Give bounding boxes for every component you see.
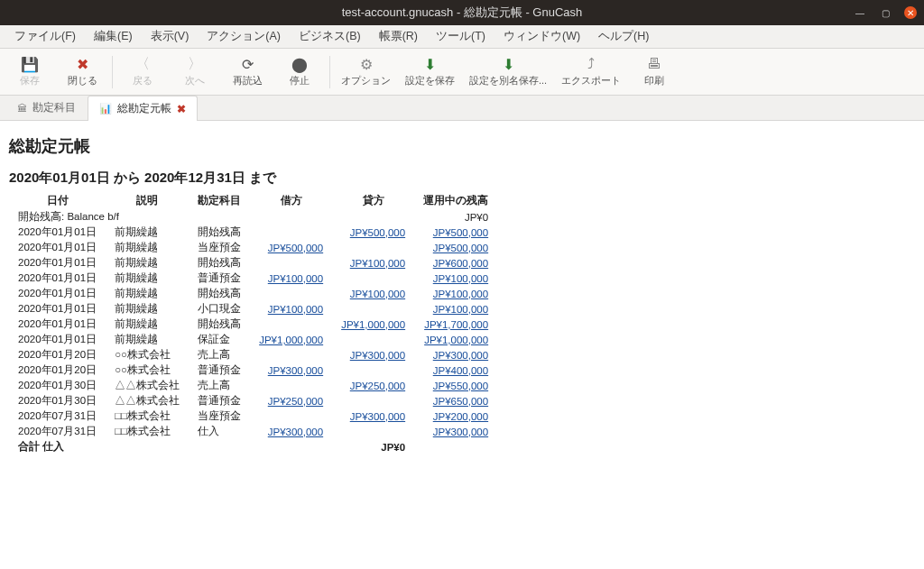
menu-windows[interactable]: ウィンドウ(W) (494, 29, 589, 44)
cell-credit (332, 393, 414, 408)
cell-account: 開始残高 (189, 317, 250, 332)
amount-link[interactable]: JP¥100,000 (268, 304, 323, 315)
cell-balance: JP¥300,000 (414, 347, 497, 363)
amount-link[interactable]: JP¥1,000,000 (341, 319, 405, 330)
tab-ledger[interactable]: 📊 総勘定元帳 ✖ (88, 96, 198, 121)
amount-link[interactable]: JP¥100,000 (350, 289, 405, 299)
cell-debit (250, 255, 332, 271)
maximize-button[interactable]: ▢ (879, 6, 892, 19)
table-row: 2020年01月01日前期繰越保証金JP¥1,000,000JP¥1,000,0… (9, 332, 497, 347)
menu-reports[interactable]: 帳票(R) (370, 29, 427, 44)
amount-link[interactable]: JP¥600,000 (433, 258, 488, 269)
menu-business[interactable]: ビジネス(B) (290, 29, 370, 44)
window-title: test-account.gnucash - 総勘定元帳 - GnuCash (342, 5, 583, 21)
amount-link[interactable]: JP¥500,000 (433, 243, 488, 253)
menu-actions[interactable]: アクション(A) (198, 29, 290, 44)
tab-close-icon[interactable]: ✖ (177, 103, 186, 115)
amount-link[interactable]: JP¥300,000 (433, 427, 488, 437)
tool-label: 次へ (185, 74, 205, 87)
cell-balance: JP¥600,000 (414, 255, 497, 271)
cell-desc: 前期繰越 (106, 286, 189, 301)
amount-link[interactable]: JP¥100,000 (433, 304, 488, 315)
amount-link[interactable]: JP¥100,000 (268, 273, 323, 284)
cell-balance: JP¥1,700,000 (414, 317, 497, 332)
cell-date: 2020年01月01日 (9, 255, 106, 271)
cell-credit: JP¥1,000,000 (332, 317, 414, 332)
cell-credit (332, 332, 414, 347)
cell-balance: JP¥1,000,000 (414, 332, 497, 347)
close-button[interactable]: ✖ 閉じる (56, 52, 108, 91)
cell-debit (250, 225, 332, 240)
stop-button[interactable]: ⬤ 停止 (273, 52, 326, 91)
amount-link[interactable]: JP¥300,000 (268, 365, 323, 376)
cell-date: 2020年01月01日 (9, 286, 106, 301)
cell-account: 普通預金 (189, 393, 250, 408)
options-button[interactable]: ⚙ オプション (334, 52, 398, 91)
ledger-table: 日付 説明 勘定科目 借方 貸方 運用中の残高 開始残高: Balance b/… (9, 192, 497, 454)
cell-desc: 前期繰越 (106, 317, 189, 332)
save-button[interactable]: 💾 保存 (4, 52, 56, 91)
cell-account: 売上高 (189, 347, 250, 363)
amount-link[interactable]: JP¥500,000 (268, 243, 323, 253)
close-icon: ✖ (77, 56, 88, 72)
amount-link[interactable]: JP¥650,000 (433, 396, 488, 407)
save-settings-button[interactable]: ⬇ 設定を保存 (398, 52, 462, 91)
minimize-button[interactable]: — (854, 6, 866, 19)
col-header-account: 勘定科目 (189, 192, 250, 209)
cell-date: 2020年01月30日 (9, 393, 106, 408)
cell-date: 2020年01月20日 (9, 347, 106, 363)
cell-balance: JP¥300,000 (414, 424, 497, 439)
amount-link[interactable]: JP¥100,000 (433, 289, 488, 299)
back-icon: 〈 (135, 56, 150, 72)
app-window: test-account.gnucash - 総勘定元帳 - GnuCash —… (0, 0, 924, 569)
menu-file[interactable]: ファイル(F) (5, 29, 85, 44)
export-button[interactable]: ⤴ エクスポート (554, 52, 628, 91)
opening-balance-label: 開始残高: Balance b/f (9, 209, 414, 225)
amount-link[interactable]: JP¥1,000,000 (259, 335, 323, 345)
close-window-button[interactable]: ✕ (904, 6, 917, 19)
amount-link[interactable]: JP¥200,000 (433, 411, 488, 422)
cell-desc: ○○株式会社 (106, 347, 189, 363)
menu-view[interactable]: 表示(V) (142, 29, 199, 44)
amount-link[interactable]: JP¥250,000 (350, 381, 405, 391)
amount-link[interactable]: JP¥400,000 (433, 365, 488, 376)
tool-label: オプション (341, 74, 391, 87)
back-button[interactable]: 〈 戻る (116, 52, 169, 91)
total-empty (414, 439, 497, 454)
tool-label: 戻る (133, 74, 152, 87)
forward-button[interactable]: 〉 次へ (169, 52, 221, 91)
amount-link[interactable]: JP¥300,000 (433, 350, 488, 361)
cell-debit (250, 317, 332, 332)
amount-link[interactable]: JP¥300,000 (268, 427, 323, 437)
cell-debit: JP¥250,000 (250, 393, 332, 408)
amount-link[interactable]: JP¥550,000 (433, 381, 488, 391)
amount-link[interactable]: JP¥300,000 (350, 350, 405, 361)
amount-link[interactable]: JP¥250,000 (268, 396, 323, 407)
menu-edit[interactable]: 編集(E) (85, 29, 142, 44)
amount-link[interactable]: JP¥100,000 (350, 258, 405, 269)
reload-button[interactable]: ⟳ 再読込 (221, 52, 273, 91)
col-header-date: 日付 (9, 192, 106, 209)
tool-label: 保存 (20, 74, 40, 87)
tab-accounts[interactable]: 🏛 勘定科目 (5, 95, 88, 120)
cell-date: 2020年01月30日 (9, 378, 106, 393)
print-button[interactable]: 🖶 印刷 (628, 52, 680, 91)
print-icon: 🖶 (647, 56, 661, 72)
save-settings-as-button[interactable]: ⬇ 設定を別名保存... (462, 52, 554, 91)
col-header-desc: 説明 (106, 192, 189, 209)
table-row: 2020年01月20日○○株式会社普通預金JP¥300,000JP¥400,00… (9, 363, 497, 378)
amount-link[interactable]: JP¥1,000,000 (424, 335, 488, 345)
amount-link[interactable]: JP¥500,000 (350, 227, 405, 238)
cell-date: 2020年07月31日 (9, 424, 106, 439)
amount-link[interactable]: JP¥500,000 (433, 227, 488, 238)
menu-tools[interactable]: ツール(T) (427, 29, 494, 44)
cell-desc: □□株式会社 (106, 408, 189, 424)
tool-label: 設定を別名保存... (469, 74, 547, 87)
amount-link[interactable]: JP¥300,000 (350, 411, 405, 422)
menu-help[interactable]: ヘルプ(H) (589, 29, 658, 44)
cell-credit: JP¥250,000 (332, 378, 414, 393)
amount-link[interactable]: JP¥1,700,000 (424, 319, 488, 330)
amount-link[interactable]: JP¥100,000 (433, 273, 488, 284)
table-row: 2020年01月01日前期繰越開始残高JP¥100,000JP¥100,000 (9, 286, 497, 301)
cell-debit: JP¥100,000 (250, 271, 332, 286)
